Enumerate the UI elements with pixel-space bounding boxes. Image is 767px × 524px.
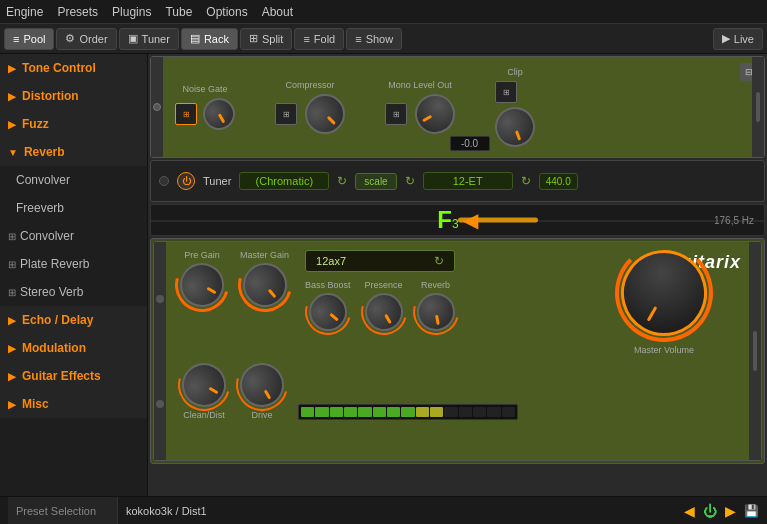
power-status-icon[interactable]: ⏻: [703, 503, 717, 519]
noise-gate-toggle[interactable]: ⊞: [175, 103, 197, 125]
amp-scrollbar[interactable]: [753, 331, 757, 371]
menu-tube[interactable]: Tube: [165, 5, 192, 19]
menu-engine[interactable]: Engine: [6, 5, 43, 19]
led-seg-11: [444, 407, 457, 417]
compressor-label: Compressor: [275, 80, 345, 90]
tuner-scale-button[interactable]: scale: [355, 173, 396, 190]
mono-knob[interactable]: [408, 87, 463, 142]
toolbar-fold-button[interactable]: ≡ Fold: [294, 28, 344, 50]
plugin-icon: ⊞: [8, 231, 16, 242]
right-scrollbar[interactable]: [756, 92, 760, 122]
master-gain-knob[interactable]: [234, 254, 296, 316]
pre-gain-knob-wrap: [180, 263, 224, 307]
mono-level-label: Mono Level Out: [385, 80, 455, 90]
pre-gain-group: Pre Gain: [180, 250, 224, 307]
mono-level-section: Mono Level Out ⊞: [385, 80, 455, 134]
tuner-power-button[interactable]: ⏻: [177, 172, 195, 190]
guitarix-amp-block: guitarix Pre Gain: [150, 238, 765, 464]
tuner-label: Tuner: [142, 33, 170, 45]
tuner-hz-display: 176,5 Hz: [714, 215, 754, 226]
toolbar-show-button[interactable]: ≡ Show: [346, 28, 402, 50]
master-vol-group: Master Volume: [621, 250, 707, 355]
sidebar-item-distortion[interactable]: ▶ Distortion: [0, 82, 147, 110]
arrow-right-icon[interactable]: ▶: [725, 503, 736, 519]
gear-icon: ⚙: [65, 32, 75, 45]
sidebar-item-guitar-effects[interactable]: ▶ Guitar Effects: [0, 362, 147, 390]
sidebar-sub-freeverb[interactable]: Freeverb: [0, 194, 147, 222]
drive-knob[interactable]: [232, 355, 292, 415]
led-seg-5: [358, 407, 371, 417]
led-seg-3: [330, 407, 343, 417]
tuner-tb-icon: ▣: [128, 32, 138, 45]
sidebar-item-fuzz[interactable]: ▶ Fuzz: [0, 110, 147, 138]
menu-presets[interactable]: Presets: [57, 5, 98, 19]
bass-boost-knob[interactable]: [301, 285, 355, 339]
presence-knob-wrap: [365, 293, 403, 331]
menu-plugins[interactable]: Plugins: [112, 5, 151, 19]
sidebar-item-echo-delay[interactable]: ▶ Echo / Delay: [0, 306, 147, 334]
presence-group: Presence: [365, 280, 403, 331]
status-icons: ◀ ⏻ ▶ 💾: [684, 503, 759, 519]
led-seg-15: [502, 407, 515, 417]
preset-value: kokoko3k / Dist1: [126, 505, 676, 517]
tuner-chromatic-display: (Chromatic): [239, 172, 329, 190]
toolbar-order-button[interactable]: ⚙ Order: [56, 28, 116, 50]
comp-gate-block: Noise Gate ⊞ Compressor ⊞: [150, 56, 765, 158]
clean-dist-knob[interactable]: [174, 355, 234, 415]
clip-toggle[interactable]: ⊞: [495, 81, 517, 103]
arrow-right-icon-4: ▶: [8, 315, 16, 326]
presence-knob[interactable]: [358, 286, 410, 338]
tube-selector[interactable]: 12ax7 ↻: [305, 250, 455, 272]
status-bar: Preset Selection kokoko3k / Dist1 ◀ ⏻ ▶ …: [0, 496, 767, 524]
order-label: Order: [79, 33, 107, 45]
compressor-knob[interactable]: [297, 86, 354, 143]
arrow-left-icon[interactable]: ◀: [684, 503, 695, 519]
mono-toggle[interactable]: ⊞: [385, 103, 407, 125]
reverb-knob-wrap: [417, 293, 455, 331]
menu-about[interactable]: About: [262, 5, 293, 19]
sidebar-item-tone-control[interactable]: ▶ Tone Control: [0, 54, 147, 82]
master-vol-knob-wrap: [621, 250, 707, 336]
sidebar-sub-convolver2[interactable]: ⊞ Convolver: [0, 222, 147, 250]
noise-gate-label: Noise Gate: [175, 84, 235, 94]
sidebar-sub-convolver[interactable]: Convolver: [0, 166, 147, 194]
toolbar-pool-button[interactable]: ≡ Pool: [4, 28, 54, 50]
sidebar-item-reverb[interactable]: ▼ Reverb: [0, 138, 147, 166]
save-icon[interactable]: 💾: [744, 504, 759, 518]
toolbar-rack-button[interactable]: ▤ Rack: [181, 28, 238, 50]
vol-display-wrap: -0.0: [450, 136, 490, 151]
tuner-cycle-icon[interactable]: ↻: [337, 174, 347, 188]
master-gain-knob-wrap: [243, 263, 287, 307]
clean-dist-knob-wrap: [182, 363, 226, 407]
pool-icon: ≡: [13, 33, 19, 45]
menu-options[interactable]: Options: [206, 5, 247, 19]
sidebar: ▶ Tone Control ▶ Distortion ▶ Fuzz ▼ Rev…: [0, 54, 148, 496]
tuner-left-dot: [159, 176, 169, 186]
led-seg-8: [401, 407, 414, 417]
toolbar-tuner-button[interactable]: ▣ Tuner: [119, 28, 179, 50]
comp-toggle[interactable]: ⊞: [275, 103, 297, 125]
show-icon: ≡: [355, 33, 361, 45]
bass-boost-knob-wrap: [309, 293, 347, 331]
arrow-right-icon-2: ▶: [8, 91, 16, 102]
sidebar-item-misc[interactable]: ▶ Misc: [0, 390, 147, 418]
sidebar-sub-plate-reverb[interactable]: ⊞ Plate Reverb: [0, 250, 147, 278]
toolbar-live-button[interactable]: ▶ Live: [713, 28, 763, 50]
pre-gain-knob[interactable]: [172, 255, 232, 315]
sidebar-sub-stereo-verb[interactable]: ⊞ Stereo Verb: [0, 278, 147, 306]
pool-label: Pool: [23, 33, 45, 45]
toolbar-split-button[interactable]: ⊞ Split: [240, 28, 292, 50]
preset-selection-label: Preset Selection: [8, 497, 118, 524]
reverb-knob-group: Reverb: [417, 280, 455, 331]
master-vol-knob[interactable]: [605, 234, 722, 351]
tube-refresh-icon[interactable]: ↻: [434, 254, 444, 268]
vol-display: -0.0: [450, 136, 490, 151]
clean-dist-label: Clean/Dist: [183, 410, 225, 420]
clip-knob[interactable]: [489, 101, 540, 152]
tuner-scale-cycle-icon[interactable]: ↻: [405, 174, 415, 188]
tuner-temp-cycle-icon[interactable]: ↻: [521, 174, 531, 188]
noise-gate-knob-wrap: [203, 98, 235, 130]
sidebar-item-modulation[interactable]: ▶ Modulation: [0, 334, 147, 362]
compressor-section: Compressor ⊞: [275, 80, 345, 134]
noise-gate-knob[interactable]: [197, 92, 241, 136]
